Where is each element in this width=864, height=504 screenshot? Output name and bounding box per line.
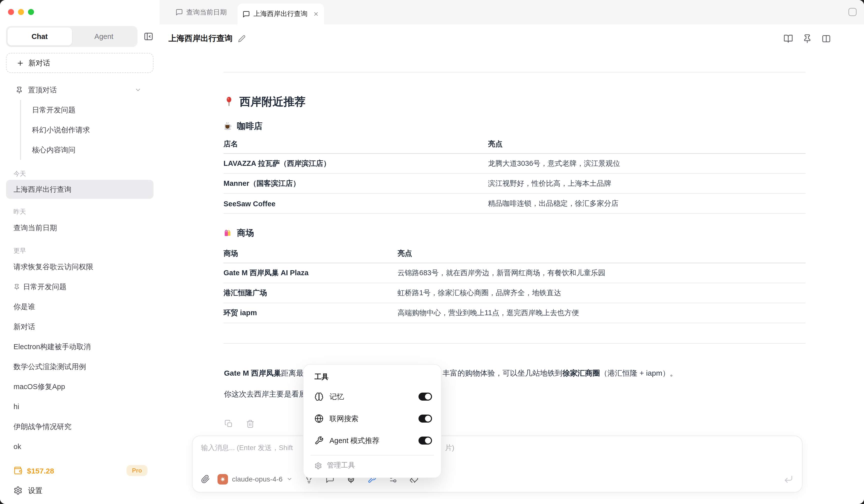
table-row: 环贸 iapm 高端购物中心，营业到晚上11点，逛完西岸晚上去也方便 <box>224 303 805 323</box>
pushpin-icon <box>15 86 23 94</box>
table-row: LAVAZZA 拉瓦萨（西岸滨江店） 龙腾大道3036号，意式老牌，滨江景观位 <box>224 154 805 174</box>
delete-button[interactable] <box>246 420 254 428</box>
pushpin-icon <box>803 34 812 43</box>
tab-bar: 查询当前日期 上海西岸出行查询 <box>159 0 864 24</box>
tool-row-web-search: 联网搜索 <box>314 408 432 430</box>
tab-agent[interactable]: Agent <box>72 27 136 46</box>
section-heading: 西岸附近推荐 <box>224 95 305 109</box>
sidebar-item[interactable]: Electron构建被手动取消 <box>6 337 154 357</box>
sidebar: Chat Agent 新对话 置顶对话 日常 <box>0 0 159 504</box>
tab-title: 查询当前日期 <box>186 8 227 17</box>
tab-active[interactable]: 上海西岸出行查询 <box>238 3 324 24</box>
divider <box>224 72 805 72</box>
close-tab-icon[interactable] <box>313 11 319 17</box>
column-header: 商场 <box>224 249 397 258</box>
summary-line-1-left: Gate M 西岸凤巢距离最 <box>224 366 303 380</box>
message-input[interactable]: 输入消息... (Enter 发送，Shift 片) claude-opus-4… <box>192 435 803 492</box>
send-button[interactable] <box>783 474 793 484</box>
brain-icon <box>314 392 324 401</box>
sidebar-item[interactable]: ok <box>6 437 154 457</box>
chat-bubble-icon <box>242 10 250 18</box>
sidebar-item[interactable]: 日常开发问题 <box>6 277 154 297</box>
pin-conversation-button[interactable] <box>803 34 812 43</box>
column-header: 店名 <box>224 139 488 149</box>
summary-line-1-right: 丰富的购物体验，可以坐几站地铁到徐家汇商圈（港汇恒隆 + iapm）。 <box>443 366 677 380</box>
input-placeholder: 输入消息... (Enter 发送，Shift <box>201 444 293 453</box>
balance-row[interactable]: $157.28 Pro <box>6 461 154 480</box>
composer-toolbar: claude-opus-4-6 <box>201 471 793 487</box>
close-window-button[interactable] <box>8 9 14 15</box>
book-open-icon <box>783 34 793 43</box>
settings-button[interactable]: 设置 <box>6 480 154 501</box>
toggle-memory[interactable] <box>419 393 432 401</box>
sidebar-item[interactable]: 请求恢复谷歌云访问权限 <box>6 257 154 277</box>
sidebar-item[interactable]: 你是谁 <box>6 297 154 317</box>
toggle-agent-mode[interactable] <box>419 437 432 445</box>
globe-icon <box>314 414 324 423</box>
chevron-down-icon <box>134 86 142 94</box>
model-selector[interactable]: claude-opus-4-6 <box>217 474 292 484</box>
sidebar-item[interactable]: 伊朗战争情况研究 <box>6 417 154 437</box>
columns-icon <box>821 34 831 43</box>
copy-button[interactable] <box>225 420 233 428</box>
shopping-bags-emoji <box>224 228 233 238</box>
tool-row-agent-mode: Agent 模式推荐 <box>314 430 432 452</box>
manage-tools-button[interactable]: 管理工具 <box>314 456 432 476</box>
group-label-earlier: 更早 <box>0 245 159 257</box>
attach-file-button[interactable] <box>201 475 210 483</box>
message-actions <box>225 420 254 428</box>
gear-icon <box>314 462 322 469</box>
minimize-window-button[interactable] <box>18 9 24 15</box>
wrench-icon <box>314 436 324 445</box>
sidebar-item-pinned[interactable]: 日常开发问题 <box>21 100 154 120</box>
divider <box>224 343 805 344</box>
sidebar-item-selected[interactable]: 上海西岸出行查询 <box>6 180 154 199</box>
group-label-today: 今天 <box>0 168 159 180</box>
claude-logo-icon <box>217 474 228 484</box>
edit-title-button[interactable] <box>238 35 245 42</box>
column-header: 亮点 <box>488 139 805 149</box>
mode-switcher: Chat Agent <box>6 26 137 47</box>
wallet-icon <box>13 466 23 475</box>
balance-amount: $157.28 <box>27 466 54 475</box>
sidebar-item[interactable]: macOS修复App <box>6 377 154 397</box>
plus-icon <box>16 59 24 67</box>
sidebar-item[interactable]: 新对话 <box>6 317 154 337</box>
group-label-yesterday: 昨天 <box>0 206 159 218</box>
table-row: 港汇恒隆广场 虹桥路1号，徐家汇核心商圈，品牌齐全，地铁直达 <box>224 283 805 303</box>
conversation-header: 上海西岸出行查询 <box>159 24 864 52</box>
tool-label: 联网搜索 <box>329 414 359 423</box>
table-row: SeeSaw Coffee 精品咖啡连锁，出品稳定，徐汇多家分店 <box>224 194 805 214</box>
main-panel: 查询当前日期 上海西岸出行查询 上海西岸出行查询 <box>159 0 864 504</box>
paperclip-icon <box>201 475 210 483</box>
zoom-window-button[interactable] <box>28 9 34 15</box>
new-chat-button[interactable]: 新对话 <box>6 53 154 73</box>
chat-bubble-icon <box>175 9 183 16</box>
tool-label: Agent 模式推荐 <box>329 436 380 445</box>
split-view-button[interactable] <box>821 34 831 43</box>
new-chat-label: 新对话 <box>28 58 50 68</box>
model-name: claude-opus-4-6 <box>232 475 283 483</box>
table-header-row: 店名 亮点 <box>224 135 805 154</box>
pinned-section-header[interactable]: 置顶对话 <box>6 83 154 97</box>
settings-label: 设置 <box>28 486 43 495</box>
sidebar-item-pinned[interactable]: 科幻小说创作请求 <box>21 120 154 140</box>
sidebar-item[interactable]: 数学公式渲染测试用例 <box>6 357 154 377</box>
pinned-section-label: 置顶对话 <box>28 85 134 95</box>
sidebar-item[interactable]: hi <box>6 397 154 417</box>
table-row: Manner（国客滨江店） 滨江视野好，性价比高，上海本土品牌 <box>224 174 805 194</box>
new-window-button[interactable] <box>849 8 856 16</box>
sidebar-item[interactable]: 查询当前日期 <box>6 218 154 238</box>
mall-table: 商场 亮点 Gate M 西岸凤巢 AI Plaza 云锦路683号，就在西岸旁… <box>224 244 805 323</box>
sidebar-item-pinned[interactable]: 核心内容询问 <box>21 140 154 160</box>
coffee-emoji <box>224 121 233 131</box>
collapse-sidebar-button[interactable] <box>144 32 154 41</box>
round-pushpin-emoji <box>224 96 235 107</box>
tab-chat[interactable]: Chat <box>8 27 72 46</box>
tab-inactive[interactable]: 查询当前日期 <box>165 0 238 24</box>
table-row: Gate M 西岸凤巢 AI Plaza 云锦路683号，就在西岸旁边，新晋网红… <box>224 263 805 283</box>
tools-popup: 工具 记忆 联网搜索 Agent 模式推荐 <box>303 364 442 478</box>
tools-popup-title: 工具 <box>314 373 432 385</box>
toggle-web-search[interactable] <box>419 415 432 422</box>
reading-mode-button[interactable] <box>783 34 793 43</box>
